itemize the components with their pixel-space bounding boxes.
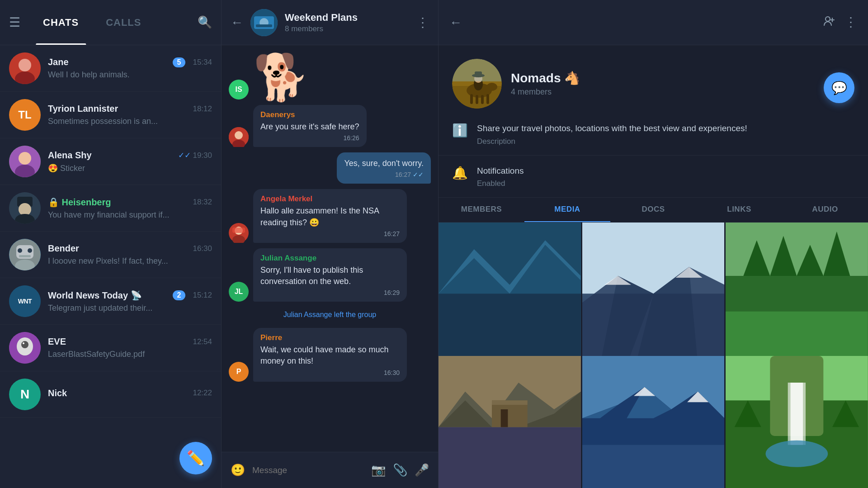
notifications-label: Notifications	[477, 165, 854, 178]
camera-button[interactable]: 📷	[371, 463, 386, 477]
tab-audio[interactable]: AUDIO	[782, 198, 868, 222]
back-button[interactable]: ←	[231, 15, 243, 30]
message-bubble: Yes, sure, don't worry. 16:27 ✓✓	[337, 152, 431, 184]
list-item[interactable]: WNT World News Today 📡 2 15:12 Telegram …	[0, 278, 221, 325]
media-item[interactable]	[582, 356, 725, 488]
tab-media[interactable]: MEDIA	[524, 198, 610, 222]
avatar	[9, 52, 41, 84]
msg-row: IS 🐕	[229, 54, 431, 99]
list-item[interactable]: 🔒 Heisenberg 18:32 You have my financial…	[0, 185, 221, 232]
system-username: Julian Assange	[283, 311, 332, 318]
media-grid	[439, 223, 868, 488]
message-fab-button[interactable]: 💬	[824, 72, 854, 103]
list-item[interactable]: Alena Shy ✓✓ 19:30 😍 Sticker	[0, 138, 221, 185]
message-time: 16:27	[260, 230, 400, 237]
list-item[interactable]: Bender 16:30 I looove new Pixels! If fac…	[0, 232, 221, 278]
list-item[interactable]: TL Tyrion Lannister 18:12 Sometimes poss…	[0, 92, 221, 138]
message-avatar	[229, 127, 249, 147]
hamburger-icon[interactable]: ☰	[9, 15, 20, 30]
add-member-button[interactable]	[823, 14, 835, 30]
media-item[interactable]	[582, 223, 725, 365]
chat-info: EVE 12:54 LaserBlastSafetyGuide.pdf	[48, 336, 212, 359]
chat-name-row: Nick 12:22	[48, 388, 212, 398]
tab-links[interactable]: LINKS	[696, 198, 782, 222]
list-item[interactable]: Jane 5 15:34 Well I do help animals.	[0, 45, 221, 92]
search-icon[interactable]: 🔍	[198, 15, 212, 29]
message-avatar: JL	[229, 282, 249, 302]
chat-info: Jane 5 15:34 Well I do help animals.	[48, 57, 212, 80]
svg-point-1	[19, 59, 31, 71]
tabs: CHATS CALLS	[29, 0, 189, 45]
message-time: 16:29	[260, 289, 400, 296]
media-item[interactable]	[726, 223, 868, 365]
chat-name-row: Tyrion Lannister 18:12	[48, 104, 212, 114]
list-item[interactable]: N Nick 12:22	[0, 371, 221, 418]
attach-button[interactable]: 📎	[393, 463, 407, 477]
svg-point-41	[486, 83, 497, 91]
svg-rect-46	[452, 59, 502, 81]
chat-time: 15:12	[193, 291, 212, 300]
media-item[interactable]	[439, 223, 581, 365]
sender-name: Julian Assange	[260, 254, 400, 263]
mic-button[interactable]: 🎤	[415, 463, 429, 477]
messages-area: IS 🐕 Daenerys Are you sure it's safe her…	[222, 45, 438, 452]
tab-docs[interactable]: DOCS	[610, 198, 696, 222]
tab-calls[interactable]: CALLS	[92, 0, 155, 45]
tab-members[interactable]: MEMBERS	[439, 198, 524, 222]
bell-icon: 🔔	[452, 166, 468, 180]
message-bubble: Daenerys Are you sure it's safe here? 16…	[253, 105, 367, 147]
group-profile-name: Nomads 🐴	[511, 71, 580, 85]
chat-name: 🔒 Heisenberg	[48, 197, 111, 208]
message-input[interactable]	[252, 465, 364, 475]
chat-preview: 😍 Sticker	[48, 163, 212, 173]
chat-preview: LaserBlastSafetyGuide.pdf	[48, 350, 212, 359]
more-options-button[interactable]: ⋮	[844, 14, 857, 30]
profile-section: Nomads 🐴 4 members 💬	[439, 45, 868, 113]
notifications-row[interactable]: 🔔 Notifications Enabled	[439, 156, 868, 198]
chat-name: Alena Shy	[48, 150, 92, 161]
avatar	[9, 239, 41, 270]
description-content: Share your travel photos, locations with…	[477, 122, 854, 146]
tab-chats[interactable]: CHATS	[29, 0, 92, 45]
avatar: TL	[9, 99, 41, 131]
avatar	[9, 332, 41, 364]
emoji-button[interactable]: 🙂	[231, 463, 245, 477]
msg-row: Daenerys Are you sure it's safe here? 16…	[229, 105, 431, 147]
chat-info: Tyrion Lannister 18:12 Sometimes possess…	[48, 104, 212, 126]
chat-name-row: Alena Shy ✓✓ 19:30	[48, 150, 212, 161]
msg-row: Angela Merkel Hallo alle zusammen! Is th…	[229, 189, 431, 242]
message-avatar	[229, 223, 249, 243]
chat-name-row: 🔒 Heisenberg 18:32	[48, 197, 212, 208]
chat-name: Bender	[48, 243, 79, 254]
message-time: 16:27 ✓✓	[344, 171, 424, 178]
group-name: Weekend Plans	[285, 12, 409, 24]
group-profile-avatar	[452, 59, 502, 109]
message-avatar: IS	[229, 80, 249, 99]
svg-rect-39	[481, 95, 484, 104]
back-button[interactable]: ←	[449, 15, 462, 30]
sticker: 🐕	[253, 54, 310, 99]
list-item[interactable]: EVE 12:54 LaserBlastSafetyGuide.pdf	[0, 325, 221, 371]
more-options-button[interactable]: ⋮	[416, 15, 429, 30]
group-name-section: Nomads 🐴 4 members	[511, 71, 580, 97]
media-item[interactable]	[726, 356, 868, 488]
svg-rect-68	[439, 427, 581, 488]
media-item[interactable]	[439, 356, 581, 488]
avatar: WNT	[9, 285, 41, 317]
compose-button[interactable]: ✏️	[179, 442, 212, 474]
msg-row: JL Julian Assange Sorry, I'll have to pu…	[229, 248, 431, 302]
chat-time: 15:34	[193, 58, 212, 67]
chat-info: World News Today 📡 2 15:12 Telegram just…	[48, 290, 212, 313]
notifications-status: Enabled	[477, 179, 854, 188]
svg-point-18	[21, 341, 28, 348]
description-label: Description	[477, 137, 854, 146]
svg-point-19	[23, 342, 24, 344]
avatar: N	[9, 379, 41, 410]
chat-name: Jane	[48, 57, 69, 67]
avatar	[9, 192, 41, 224]
chat-time: 12:54	[193, 337, 212, 346]
group-profile-members: 4 members	[511, 87, 580, 97]
chat-name-row: World News Today 📡 2 15:12	[48, 290, 212, 301]
media-tabs: MEMBERS MEDIA DOCS LINKS AUDIO	[439, 198, 868, 223]
svg-rect-37	[470, 94, 473, 104]
